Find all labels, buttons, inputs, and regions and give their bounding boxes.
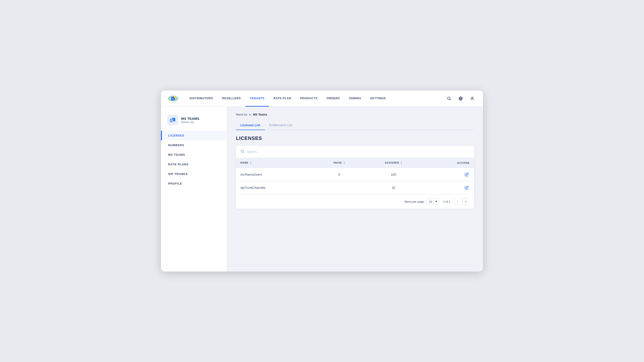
section-title: LICENSES [236, 135, 474, 141]
prev-page-button[interactable] [454, 198, 461, 205]
col-assigned[interactable]: ASSIGNED ▴▾ [363, 158, 424, 168]
top-nav: DISTRIBUTORS RESELLERS TENANTS RATE PLAN… [161, 90, 483, 107]
sidebar-item-ms-teams[interactable]: MS TEAMS [161, 150, 227, 160]
table-row: sipTrunkChannels 10 [236, 181, 474, 194]
tabs: Licenses List Entitlements List [236, 121, 474, 130]
sidebar-item-numbers[interactable]: NUMBERS [161, 140, 227, 150]
col-actions: ACTIONS [424, 158, 474, 168]
sort-icon-name: ▴▾ [250, 161, 251, 165]
breadcrumb-separator: ▶ [249, 113, 251, 116]
edit-button-1[interactable] [464, 172, 470, 177]
nav-resellers[interactable]: RESELLERS [218, 90, 245, 107]
sidebar-item-profile[interactable]: PROFILE [161, 179, 227, 188]
breadcrumb-parent[interactable]: Ward Inc [236, 113, 248, 116]
search-bar [236, 146, 474, 158]
cell-assigned-1: 100 [363, 168, 424, 181]
sidebar-tenant-org: WARD INC [181, 121, 200, 124]
cell-actions-1 [424, 168, 474, 181]
nav-rate-plan[interactable]: RATE PLAN [269, 90, 296, 107]
globe-icon[interactable] [457, 95, 464, 102]
nav-items: DISTRIBUTORS RESELLERS TENANTS RATE PLAN… [185, 90, 446, 107]
nav-icons [446, 95, 476, 102]
items-per-page: Items per page: 10 25 50 100 [404, 199, 440, 205]
main-layout: MS TEAMS WARD INC LICENSES NUMBERS MS TE… [161, 107, 483, 272]
nav-products[interactable]: PRODUCTS [296, 90, 322, 107]
svg-rect-9 [171, 120, 173, 122]
avatar [167, 115, 178, 125]
nav-settings[interactable]: SETTINGS [366, 90, 390, 107]
sort-icon-assigned: ▴▾ [401, 161, 402, 165]
next-page-button[interactable] [462, 198, 470, 205]
per-page-select[interactable]: 10 25 50 100 [426, 199, 440, 205]
sidebar-item-sip-trunks[interactable]: SIP TRUNKS [161, 169, 227, 179]
nav-distributors[interactable]: DISTRIBUTORS [185, 90, 218, 107]
svg-point-4 [448, 97, 450, 100]
breadcrumb-current: MS Teams [253, 113, 267, 116]
pagination: Items per page: 10 25 50 100 1 of 1 [236, 194, 474, 209]
licenses-table: NAME ▴▾ INUSE ▴▾ ASSIGNED ▴▾ [236, 158, 474, 194]
col-inuse[interactable]: INUSE ▴▾ [316, 158, 363, 168]
svg-point-10 [241, 150, 244, 152]
sidebar-tenant-name: MS TEAMS [181, 117, 200, 120]
sidebar: MS TEAMS WARD INC LICENSES NUMBERS MS TE… [161, 107, 227, 272]
search-icon[interactable] [446, 95, 452, 102]
table-card: NAME ▴▾ INUSE ▴▾ ASSIGNED ▴▾ [236, 146, 474, 209]
col-name[interactable]: NAME ▴▾ [236, 158, 316, 168]
cell-assigned-2: 10 [363, 181, 424, 194]
sidebar-item-licenses[interactable]: LICENSES [161, 131, 227, 140]
svg-point-6 [472, 97, 473, 98]
table-row: msTeamsUsers 0 100 [236, 168, 474, 181]
nav-tenants[interactable]: TENANTS [245, 90, 269, 107]
page-nav [454, 198, 470, 205]
edit-button-2[interactable] [464, 185, 470, 191]
nav-admins[interactable]: ADMINS [344, 90, 366, 107]
tab-entitlements-list[interactable]: Entitlements List [265, 121, 297, 130]
search-input[interactable] [247, 150, 470, 153]
cell-name-1: msTeamsUsers [236, 168, 316, 181]
sidebar-tenant-info: MS TEAMS WARD INC [181, 117, 200, 124]
table-header-row: NAME ▴▾ INUSE ▴▾ ASSIGNED ▴▾ [236, 158, 474, 168]
breadcrumb: Ward Inc ▶ MS Teams [236, 113, 474, 116]
cell-inuse-2 [316, 181, 363, 194]
content-area: Ward Inc ▶ MS Teams Licenses List Entitl… [227, 107, 483, 272]
sidebar-header: MS TEAMS WARD INC [161, 112, 227, 131]
items-per-page-label: Items per page: [404, 200, 425, 203]
cell-actions-2 [424, 181, 474, 194]
cell-inuse-1: 0 [316, 168, 363, 181]
user-icon[interactable] [469, 95, 476, 102]
logo[interactable] [168, 94, 178, 103]
svg-point-3 [174, 96, 176, 98]
nav-orders[interactable]: ORDERS [322, 90, 344, 107]
sort-icon-inuse: ▴▾ [344, 161, 345, 165]
cell-name-2: sipTrunkChannels [236, 181, 316, 194]
sidebar-item-rate-plans[interactable]: RATE PLANS [161, 160, 227, 169]
tab-licenses-list[interactable]: Licenses List [236, 121, 265, 130]
page-info: 1 of 1 [443, 200, 450, 203]
sidebar-nav: LICENSES NUMBERS MS TEAMS RATE PLANS SIP… [161, 131, 227, 188]
search-icon [240, 149, 244, 154]
